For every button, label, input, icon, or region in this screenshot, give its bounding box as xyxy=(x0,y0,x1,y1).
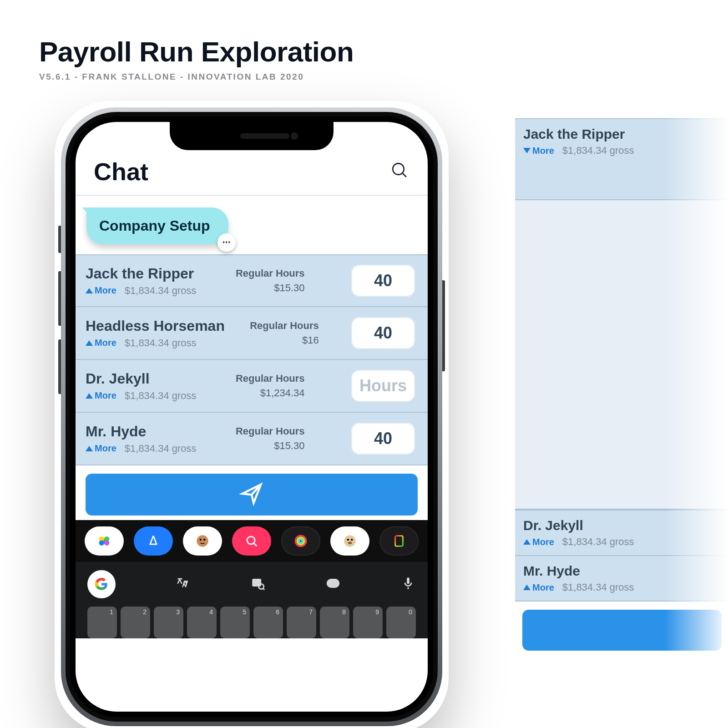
svg-point-5 xyxy=(99,541,104,546)
side-send-button[interactable] xyxy=(522,610,722,651)
keyboard-number-row: 1 2 3 4 5 6 7 8 9 0 xyxy=(87,607,416,638)
side-row[interactable]: Mr. Hyde More $1,834.34 gross xyxy=(515,556,728,602)
svg-line-1 xyxy=(402,173,406,177)
side-row[interactable]: Dr. Jekyll More $1,834.34 gross xyxy=(515,510,728,556)
rate-amount: $15.30 xyxy=(236,282,305,294)
employee-row[interactable]: Mr. Hyde More $1,834.34 gross Regular Ho… xyxy=(76,413,428,465)
rate-amount: $16 xyxy=(250,334,319,346)
activity-app-icon[interactable] xyxy=(281,526,320,556)
more-toggle[interactable]: More xyxy=(523,537,554,547)
regular-hours-label: Regular Hours xyxy=(236,373,305,384)
gross-amount: $1,834.34 gross xyxy=(562,581,634,593)
gross-amount: $1,834.34 gross xyxy=(125,337,197,349)
gross-amount: $1,834.34 gross xyxy=(125,285,197,297)
svg-rect-19 xyxy=(395,536,403,546)
memoji-app-icon[interactable] xyxy=(183,526,222,556)
keyboard-key[interactable]: 8 xyxy=(320,607,349,638)
more-label: More xyxy=(95,338,116,348)
more-toggle[interactable]: More xyxy=(523,582,554,593)
page-subtitle: V5.6.1 - FRANK STALLONE - INNOVATION LAB… xyxy=(39,72,304,82)
svg-line-11 xyxy=(253,543,257,546)
search-sticker-app-icon[interactable] xyxy=(232,526,271,556)
svg-point-16 xyxy=(347,539,349,541)
gross-amount: $1,834.34 gross xyxy=(562,145,634,157)
chat-bubble[interactable]: Company Setup ··· xyxy=(86,207,228,244)
more-label: More xyxy=(532,146,554,156)
svg-point-15 xyxy=(344,535,356,547)
employee-row[interactable]: Dr. Jekyll More $1,834.34 gross Regular … xyxy=(76,360,428,413)
svg-point-9 xyxy=(203,539,205,541)
side-expanded-area xyxy=(515,200,728,510)
employee-name: Mr. Hyde xyxy=(523,563,721,579)
translate-icon[interactable] xyxy=(175,576,191,593)
keyboard-key[interactable]: 4 xyxy=(187,607,217,638)
keyboard-key[interactable]: 1 xyxy=(87,607,117,638)
more-label: More xyxy=(95,443,116,454)
more-toggle[interactable]: More xyxy=(86,390,116,401)
gross-amount: $1,834.34 gross xyxy=(125,390,197,402)
google-keyboard-icon[interactable] xyxy=(87,570,116,598)
chat-bubble-label: Company Setup xyxy=(99,217,210,234)
svg-point-6 xyxy=(104,541,109,546)
imessage-app-tray xyxy=(76,520,428,562)
more-toggle[interactable]: More xyxy=(86,338,116,348)
send-button[interactable] xyxy=(86,474,418,516)
svg-rect-26 xyxy=(407,577,410,584)
mic-icon[interactable] xyxy=(400,576,416,593)
keyboard-key[interactable]: 0 xyxy=(386,607,416,638)
more-toggle[interactable]: More xyxy=(523,146,554,156)
hours-input[interactable]: 40 xyxy=(351,265,415,297)
rate-amount: $1,234.34 xyxy=(236,387,305,399)
polyglot-app-icon[interactable] xyxy=(379,526,419,556)
rate-amount: $15.30 xyxy=(236,440,305,452)
employee-name: Dr. Jekyll xyxy=(86,370,197,387)
keyboard-key[interactable]: 6 xyxy=(253,607,283,638)
hours-input[interactable]: Hours xyxy=(351,370,415,402)
gif-icon[interactable] xyxy=(325,576,341,593)
svg-point-24 xyxy=(330,582,333,585)
side-row[interactable]: Jack the Ripper More $1,834.34 gross xyxy=(515,118,728,200)
hours-input[interactable]: 40 xyxy=(351,317,415,349)
employee-name: Dr. Jekyll xyxy=(523,518,721,533)
svg-line-22 xyxy=(263,588,264,590)
paper-plane-icon xyxy=(239,481,264,508)
svg-point-17 xyxy=(351,539,353,541)
svg-point-14 xyxy=(299,539,302,542)
keyboard-key[interactable]: 7 xyxy=(287,607,316,638)
svg-point-25 xyxy=(334,582,336,585)
regular-hours-label: Regular Hours xyxy=(250,320,319,332)
bubble-more-button[interactable]: ··· xyxy=(217,233,236,252)
regular-hours-label: Regular Hours xyxy=(236,425,305,437)
employee-name: Jack the Ripper xyxy=(523,126,721,142)
more-label: More xyxy=(95,285,116,296)
employee-row[interactable]: Jack the Ripper More $1,834.34 gross Reg… xyxy=(76,254,428,307)
more-label: More xyxy=(532,537,554,547)
employee-name: Headless Horseman xyxy=(86,318,225,334)
keyboard-key[interactable]: 9 xyxy=(353,607,383,638)
page-title: Payroll Run Exploration xyxy=(39,35,354,68)
regular-hours-label: Regular Hours xyxy=(236,268,305,279)
hours-input[interactable]: 40 xyxy=(351,423,415,455)
appstore-app-icon[interactable] xyxy=(134,526,173,556)
keyboard-key[interactable]: 3 xyxy=(154,607,183,638)
gross-amount: $1,834.34 gross xyxy=(562,536,634,548)
animoji-app-icon[interactable] xyxy=(330,526,369,556)
phone-notch xyxy=(170,122,334,150)
svg-point-7 xyxy=(197,535,208,547)
keyboard-key[interactable]: 5 xyxy=(220,607,250,638)
side-panel: Jack the Ripper More $1,834.34 gross Dr.… xyxy=(515,118,728,669)
photos-app-icon[interactable] xyxy=(85,526,124,556)
keyboard-area: 1 2 3 4 5 6 7 8 9 0 xyxy=(76,562,428,638)
more-toggle[interactable]: More xyxy=(86,285,116,296)
employee-row[interactable]: Headless Horseman More $1,834.34 gross R… xyxy=(76,307,428,360)
svg-point-18 xyxy=(348,541,352,544)
keyboard-key[interactable]: 2 xyxy=(121,607,150,638)
svg-point-8 xyxy=(200,539,202,541)
more-label: More xyxy=(532,582,554,593)
employee-list: Jack the Ripper More $1,834.34 gross Reg… xyxy=(76,254,428,465)
image-search-icon[interactable] xyxy=(250,576,266,593)
more-toggle[interactable]: More xyxy=(86,443,116,454)
more-label: More xyxy=(95,390,116,401)
phone-frame: Chat Company Setup ··· Jack the Ripper xyxy=(61,107,442,726)
search-icon[interactable] xyxy=(390,161,410,182)
